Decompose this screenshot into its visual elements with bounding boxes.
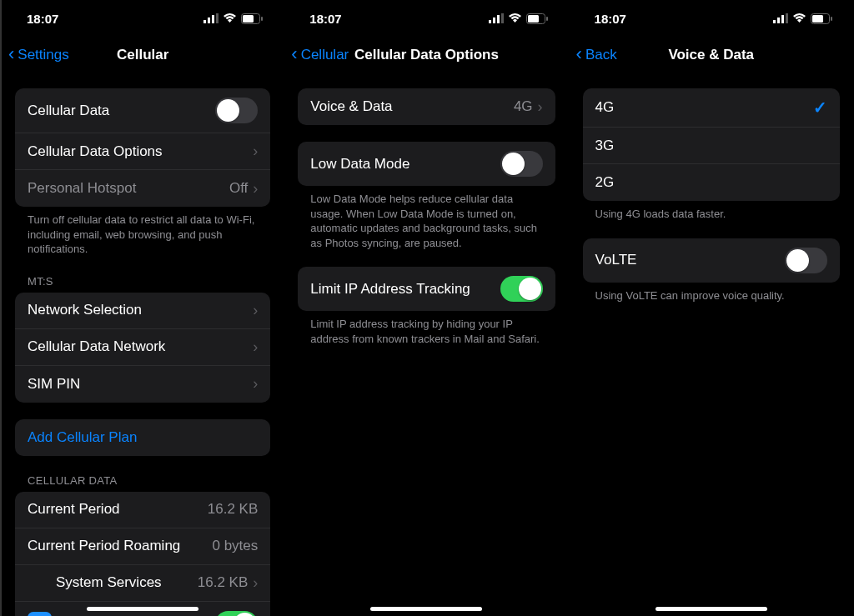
- detail: 16.2 KB: [208, 501, 259, 518]
- status-time: 18:07: [27, 12, 58, 26]
- chevron-left-icon: ‹: [291, 45, 297, 63]
- svg-rect-26: [831, 17, 832, 21]
- home-indicator[interactable]: [87, 607, 198, 611]
- signal-icon: [203, 13, 219, 23]
- chevron-right-icon: ›: [253, 143, 258, 160]
- battery-icon: [526, 13, 549, 24]
- chevron-right-icon: ›: [253, 302, 258, 319]
- svg-rect-13: [489, 20, 491, 23]
- svg-rect-18: [528, 15, 539, 23]
- row-current-period-roaming[interactable]: Current Period Roaming 0 bytes: [15, 528, 270, 565]
- label: 4G: [595, 99, 813, 116]
- row-cellular-data-network[interactable]: Cellular Data Network ›: [15, 329, 270, 366]
- status-bar: 18:07: [284, 0, 568, 37]
- label: Current Period: [28, 501, 208, 518]
- footer-text: Using 4G loads data faster.: [595, 207, 827, 222]
- row-3g[interactable]: 3G: [583, 128, 840, 164]
- signal-icon: [489, 13, 504, 23]
- svg-rect-3: [216, 13, 219, 23]
- label: Cellular Data Options: [28, 143, 253, 160]
- group-volte: VoLTE: [583, 238, 840, 283]
- svg-rect-2: [212, 15, 214, 23]
- row-add-cellular-plan[interactable]: Add Cellular Plan: [15, 419, 270, 456]
- content[interactable]: 4G ✓ 3G 2G Using 4G loads data faster. V…: [570, 73, 853, 616]
- back-button[interactable]: ‹ Settings: [8, 47, 69, 63]
- label: Low Data Mode: [310, 156, 500, 173]
- group-add-plan: Add Cellular Plan: [15, 419, 270, 456]
- label: Network Selection: [28, 302, 253, 318]
- low-data-mode-toggle[interactable]: [500, 151, 543, 177]
- cellular-data-toggle[interactable]: [215, 98, 258, 123]
- wifi-icon: [223, 13, 237, 23]
- home-indicator[interactable]: [656, 607, 767, 611]
- label: Voice & Data: [310, 98, 514, 115]
- row-system-services[interactable]: System Services 16.2 KB ›: [15, 565, 270, 602]
- svg-rect-21: [777, 18, 780, 23]
- row-cellular-data-options[interactable]: Cellular Data Options ›: [15, 133, 270, 170]
- row-4g[interactable]: 4G ✓: [583, 88, 840, 128]
- svg-rect-19: [546, 17, 548, 21]
- battery-icon: [241, 13, 264, 24]
- status-time: 18:07: [595, 12, 626, 26]
- row-sim-pin[interactable]: SIM PIN ›: [15, 366, 270, 403]
- detail: 4G: [514, 98, 533, 115]
- label: Cellular Data: [28, 103, 215, 119]
- svg-rect-23: [786, 13, 788, 23]
- row-2g[interactable]: 2G: [583, 164, 840, 201]
- label: Cellular Data Network: [28, 338, 253, 355]
- row-cellular-data[interactable]: Cellular Data: [15, 88, 270, 133]
- row-network-selection[interactable]: Network Selection ›: [15, 293, 270, 329]
- row-voice-and-data[interactable]: Voice & Data 4G ›: [298, 88, 555, 125]
- battery-icon: [811, 13, 833, 24]
- nav-bar: ‹ Back Voice & Data: [570, 37, 853, 73]
- status-bar: 18:07: [570, 0, 853, 37]
- content[interactable]: Voice & Data 4G › Low Data Mode Low Data…: [284, 73, 568, 616]
- label: Personal Hotspot: [28, 180, 229, 197]
- label: VoLTE: [595, 252, 785, 268]
- detail: Off: [229, 180, 248, 197]
- row-volte[interactable]: VoLTE: [583, 238, 840, 283]
- footer-text: Turn off cellular data to restrict all d…: [28, 213, 258, 257]
- status-right: [489, 13, 549, 24]
- label: Limit IP Address Tracking: [310, 281, 500, 298]
- svg-rect-25: [812, 15, 823, 23]
- svg-rect-22: [781, 15, 784, 23]
- group-usage: Current Period 16.2 KB Current Period Ro…: [15, 492, 270, 616]
- limit-ip-toggle[interactable]: [500, 276, 543, 302]
- row-low-data-mode[interactable]: Low Data Mode: [298, 142, 555, 186]
- content[interactable]: Cellular Data Cellular Data Options › Pe…: [2, 73, 284, 616]
- chevron-right-icon: ›: [538, 98, 543, 116]
- nav-bar: ‹ Settings Cellular: [2, 37, 284, 73]
- group-limit-ip: Limit IP Address Tracking: [298, 267, 555, 311]
- svg-rect-16: [501, 13, 504, 23]
- wifi-icon: [508, 13, 522, 23]
- row-limit-ip-tracking[interactable]: Limit IP Address Tracking: [298, 267, 555, 311]
- group-low-data: Low Data Mode: [298, 142, 555, 186]
- checkmark-icon: ✓: [813, 98, 827, 118]
- row-current-period[interactable]: Current Period 16.2 KB: [15, 492, 270, 528]
- back-button[interactable]: ‹ Cellular: [291, 47, 349, 63]
- status-bar: 18:07: [2, 0, 284, 37]
- wifi-icon: [792, 13, 806, 23]
- chevron-left-icon: ‹: [576, 45, 582, 63]
- group-network-type: 4G ✓ 3G 2G: [583, 88, 840, 201]
- label: Current Period Roaming: [28, 538, 212, 554]
- cellular-settings-screen: 18:07 ‹ Settings Cellular Cellular Data …: [0, 0, 284, 616]
- group-voice-data: Voice & Data 4G ›: [298, 88, 555, 125]
- status-time: 18:07: [309, 12, 341, 26]
- label: Add Cellular Plan: [28, 429, 258, 446]
- status-right: [203, 13, 264, 24]
- back-button[interactable]: ‹ Back: [576, 47, 617, 63]
- status-right: [773, 13, 833, 24]
- home-indicator[interactable]: [370, 607, 482, 611]
- row-personal-hotspot[interactable]: Personal Hotspot Off ›: [15, 170, 270, 207]
- appstore-toggle[interactable]: [215, 611, 258, 616]
- label: SIM PIN: [28, 376, 253, 393]
- back-label: Settings: [18, 47, 68, 63]
- volte-toggle[interactable]: [785, 248, 827, 273]
- svg-rect-5: [243, 15, 254, 23]
- back-label: Back: [585, 47, 617, 63]
- svg-rect-6: [261, 17, 263, 21]
- svg-rect-1: [208, 18, 210, 23]
- back-label: Cellular: [301, 47, 349, 63]
